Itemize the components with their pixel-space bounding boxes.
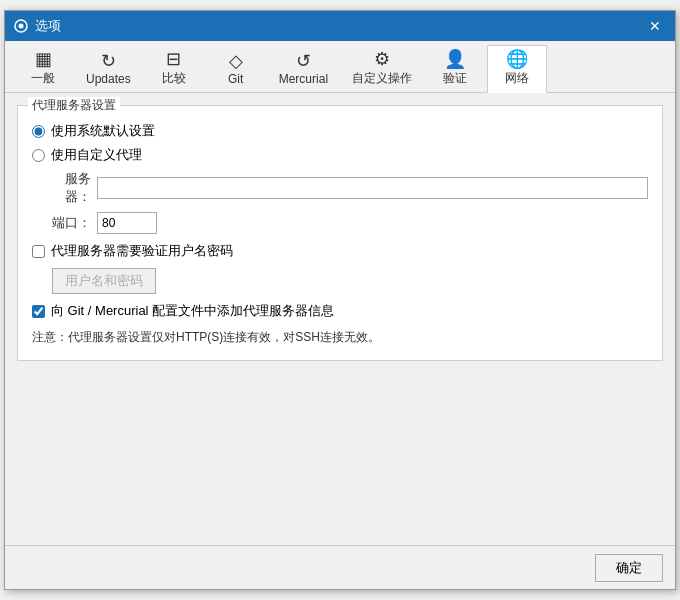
group-title: 代理服务器设置 [28, 97, 120, 114]
port-input[interactable] [97, 212, 157, 234]
bottom-bar: 确定 [5, 545, 675, 589]
tab-bar: ▦ 一般 ↻ Updates ⊟ 比较 ◇ Git ↺ Mercurial ⚙ … [5, 41, 675, 93]
radio-row-system: 使用系统默认设置 [32, 122, 648, 140]
compare-icon: ⊟ [166, 50, 181, 68]
username-password-button[interactable]: 用户名和密码 [52, 268, 156, 294]
server-label: 服务器： [52, 170, 97, 206]
checkbox-row-auth: 代理服务器需要验证用户名密码 [32, 242, 648, 260]
auth-required-checkbox[interactable] [32, 245, 45, 258]
tab-custom-actions[interactable]: ⚙ 自定义操作 [341, 45, 423, 92]
tab-general-label: 一般 [31, 70, 55, 87]
updates-icon: ↻ [101, 52, 116, 70]
radio-custom-proxy[interactable] [32, 149, 45, 162]
server-input[interactable] [97, 177, 648, 199]
auth-required-label[interactable]: 代理服务器需要验证用户名密码 [51, 242, 233, 260]
add-to-git-config-checkbox[interactable] [32, 305, 45, 318]
radio-row-custom: 使用自定义代理 [32, 146, 648, 164]
title-bar: 选项 ✕ [5, 11, 675, 41]
tab-general[interactable]: ▦ 一般 [13, 45, 73, 92]
window-title: 选项 [35, 17, 643, 35]
git-icon: ◇ [229, 52, 243, 70]
custom-actions-icon: ⚙ [374, 50, 390, 68]
server-field-row: 服务器： [32, 170, 648, 206]
radio-custom-proxy-label[interactable]: 使用自定义代理 [51, 146, 142, 164]
auth-icon: 👤 [444, 50, 466, 68]
radio-system-default[interactable] [32, 125, 45, 138]
tab-updates[interactable]: ↻ Updates [75, 45, 142, 92]
main-window: 选项 ✕ ▦ 一般 ↻ Updates ⊟ 比较 ◇ Git ↺ Mercuri… [4, 10, 676, 590]
network-icon: 🌐 [506, 50, 528, 68]
tab-compare-label: 比较 [162, 70, 186, 87]
tab-auth-label: 验证 [443, 70, 467, 87]
checkbox-row-git-config: 向 Git / Mercurial 配置文件中添加代理服务器信息 [32, 302, 648, 320]
tab-git-label: Git [228, 72, 243, 86]
tab-auth[interactable]: 👤 验证 [425, 45, 485, 92]
app-icon [13, 18, 29, 34]
general-icon: ▦ [35, 50, 52, 68]
port-field-row: 端口： [32, 212, 648, 234]
tab-compare[interactable]: ⊟ 比较 [144, 45, 204, 92]
tab-network-label: 网络 [505, 70, 529, 87]
proxy-settings-group: 代理服务器设置 使用系统默认设置 使用自定义代理 服务器： 端口： 代理服务器需… [17, 105, 663, 361]
tab-git[interactable]: ◇ Git [206, 45, 266, 92]
tab-mercurial[interactable]: ↺ Mercurial [268, 45, 339, 92]
content-area: 代理服务器设置 使用系统默认设置 使用自定义代理 服务器： 端口： 代理服务器需… [5, 93, 675, 545]
tab-mercurial-label: Mercurial [279, 72, 328, 86]
svg-point-1 [19, 24, 24, 29]
close-button[interactable]: ✕ [643, 14, 667, 38]
mercurial-icon: ↺ [296, 52, 311, 70]
tab-custom-actions-label: 自定义操作 [352, 70, 412, 87]
ok-button[interactable]: 确定 [595, 554, 663, 582]
tab-updates-label: Updates [86, 72, 131, 86]
radio-system-default-label[interactable]: 使用系统默认设置 [51, 122, 155, 140]
add-to-git-config-label[interactable]: 向 Git / Mercurial 配置文件中添加代理服务器信息 [51, 302, 334, 320]
note-text: 注意：代理服务器设置仅对HTTP(S)连接有效，对SSH连接无效。 [32, 328, 648, 346]
tab-network[interactable]: 🌐 网络 [487, 45, 547, 93]
port-label: 端口： [52, 214, 97, 232]
